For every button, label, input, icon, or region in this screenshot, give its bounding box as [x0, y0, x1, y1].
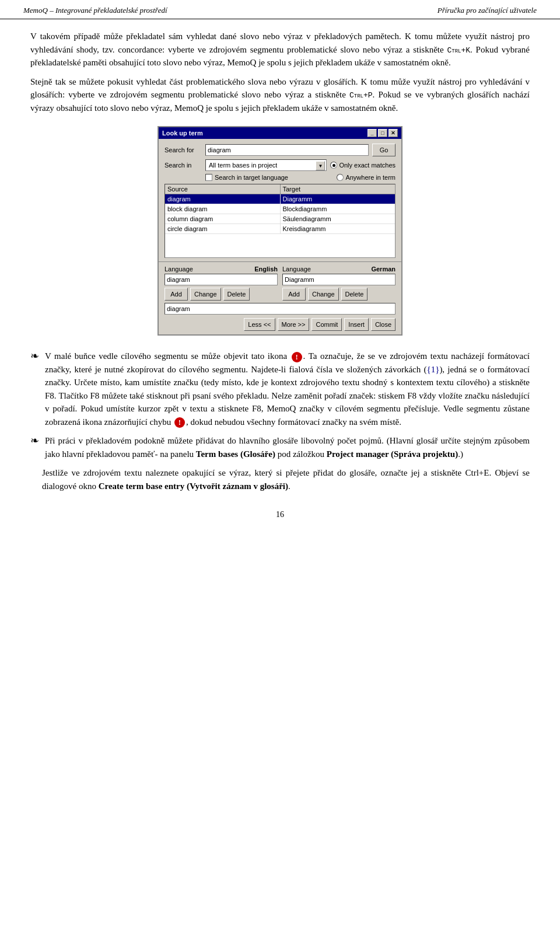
- warning-icon-1: !: [292, 352, 302, 362]
- source-change-button[interactable]: Change: [190, 288, 221, 301]
- table-empty-space: [165, 234, 395, 257]
- table-row[interactable]: diagram Diagramm: [165, 194, 395, 204]
- dialog-titlebar: Look up term _ □ ✕: [159, 127, 401, 139]
- checkbox-target[interactable]: [205, 174, 212, 181]
- dialog-minimize-btn[interactable]: _: [368, 129, 377, 137]
- go-button[interactable]: Go: [372, 144, 396, 156]
- dialog-titlebar-buttons: _ □ ✕: [368, 129, 398, 137]
- target-column-header: Target: [281, 184, 396, 194]
- dialog-maximize-btn[interactable]: □: [378, 129, 387, 137]
- search-for-label: Search for: [164, 146, 205, 153]
- bullet-symbol-2: ❧: [30, 433, 39, 449]
- source-cell: diagram: [165, 194, 281, 204]
- search-in-label: Search in: [164, 162, 205, 169]
- search-for-input[interactable]: [205, 144, 369, 156]
- bullet-text-1: V malé buňce vedle cílového segmentu se …: [45, 350, 530, 428]
- dialog-container: Look up term _ □ ✕ Search for Go: [30, 126, 530, 336]
- results-table: Source Target diagram Diagramm block dia…: [164, 184, 396, 258]
- search-in-dropdown-arrow[interactable]: ▼: [316, 161, 325, 170]
- bullet-text-2: Při práci v překladovém podokně můžete p…: [45, 434, 530, 460]
- search-in-select[interactable]: All term bases in project ▼: [205, 159, 327, 171]
- page-header: MemoQ – Integrované překladatelské prost…: [0, 0, 560, 19]
- table-row[interactable]: block diagram Blockdiagramm: [165, 204, 395, 214]
- paragraph-final: Jestliže ve zdrojovém textu naleznete op…: [42, 466, 530, 493]
- dialog-body: Search for Go Search in All term bases i…: [159, 139, 401, 334]
- search-in-value: All term bases in project: [208, 162, 277, 169]
- list-item-2: ❧ Při práci v překladovém podokně můžete…: [30, 434, 530, 460]
- source-cell: block diagram: [165, 204, 281, 214]
- table-row[interactable]: circle diagram Kreisdiagramm: [165, 224, 395, 234]
- close-button[interactable]: Close: [371, 318, 396, 331]
- target-cell: Säulendiagramm: [281, 214, 396, 224]
- paragraph-3: Stejně tak se můžete pokusit vyhledat čá…: [30, 75, 530, 115]
- page-content: V takovém případě může překladatel sám v…: [0, 30, 560, 493]
- target-change-button[interactable]: Change: [308, 288, 339, 301]
- bullet-list: ❧ V malé buňce vedle cílového segmentu s…: [30, 350, 530, 460]
- source-cell: circle diagram: [165, 224, 281, 233]
- radio-only-exact[interactable]: [330, 162, 337, 169]
- source-cell: column diagram: [165, 214, 281, 224]
- source-term-input[interactable]: [164, 274, 278, 285]
- source-lang-group: Language English Add Change Delete: [164, 266, 278, 301]
- target-lang-value: German: [371, 266, 396, 273]
- source-add-button[interactable]: Add: [164, 288, 188, 301]
- dialog-title: Look up term: [162, 130, 203, 137]
- table-row[interactable]: column diagram Säulendiagramm: [165, 214, 395, 224]
- search-for-row: Search for Go: [164, 144, 396, 156]
- page-number: 16: [276, 510, 284, 519]
- source-column-header: Source: [165, 184, 281, 194]
- radio-anywhere-label: Anywhere in term: [345, 174, 396, 181]
- source-lang-label-row: Language English: [164, 266, 278, 273]
- target-cell: Blockdiagramm: [281, 204, 396, 214]
- dialog-bottom-section: Language English Add Change Delete: [159, 261, 401, 334]
- term-input-row: [164, 303, 396, 315]
- target-term-input[interactable]: [282, 274, 396, 285]
- target-btn-row: Add Change Delete: [282, 288, 396, 301]
- radio-anywhere-row: Anywhere in term: [337, 174, 396, 181]
- target-delete-button[interactable]: Delete: [341, 288, 368, 301]
- paragraph-1: V takovém případě může překladatel sám v…: [30, 30, 530, 69]
- checkbox-radio-row: Search in target language Anywhere in te…: [164, 174, 396, 181]
- dialog-close-btn[interactable]: ✕: [388, 129, 398, 137]
- target-cell: Kreisdiagramm: [281, 224, 396, 233]
- header-right: Příručka pro začínající uživatele: [438, 6, 537, 15]
- lookup-term-dialog[interactable]: Look up term _ □ ✕ Search for Go: [158, 126, 402, 336]
- warning-icon-2: !: [174, 417, 185, 428]
- source-lang-label: Language: [164, 266, 193, 273]
- dialog-bottom-buttons: Less << More >> Commit Insert Close: [164, 318, 396, 331]
- less-button[interactable]: Less <<: [244, 318, 275, 331]
- source-lang-value: English: [254, 266, 278, 273]
- term-wide-input[interactable]: [164, 303, 396, 315]
- bullet-symbol-1: ❧: [30, 348, 39, 364]
- source-delete-button[interactable]: Delete: [223, 288, 250, 301]
- checkbox-target-row: Search in target language: [205, 174, 288, 181]
- table-header: Source Target: [165, 184, 395, 194]
- source-btn-row: Add Change Delete: [164, 288, 278, 301]
- more-button[interactable]: More >>: [278, 318, 310, 331]
- radio-anywhere[interactable]: [337, 174, 344, 181]
- search-in-row: Search in All term bases in project ▼ On…: [164, 159, 396, 171]
- header-left: MemoQ – Integrované překladatelské prost…: [23, 6, 167, 15]
- page-footer: 16: [0, 510, 560, 525]
- commit-button[interactable]: Commit: [312, 318, 342, 331]
- target-lang-label-row: Language German: [282, 266, 396, 273]
- checkbox-target-label: Search in target language: [215, 174, 288, 181]
- results-table-area: Source Target diagram Diagramm block dia…: [164, 184, 396, 258]
- target-lang-group: Language German Add Change Delete: [282, 266, 396, 301]
- radio-only-exact-label: Only exact matches: [339, 162, 396, 169]
- radio-only-exact-row: Only exact matches: [330, 162, 396, 169]
- target-add-button[interactable]: Add: [282, 288, 306, 301]
- list-item-1: ❧ V malé buňce vedle cílového segmentu s…: [30, 350, 530, 428]
- target-cell: Diagramm: [281, 194, 396, 204]
- target-lang-label: Language: [282, 266, 311, 273]
- insert-button[interactable]: Insert: [344, 318, 369, 331]
- language-row: Language English Add Change Delete: [164, 266, 396, 301]
